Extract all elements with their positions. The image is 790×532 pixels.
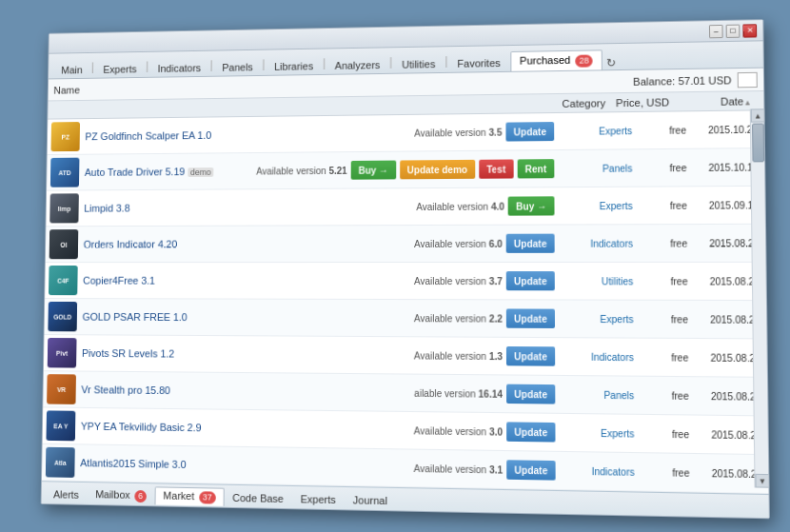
btn-btn-update-demo[interactable]: Update demo	[400, 159, 475, 179]
row-left: OI Orders Indicator 4.20	[49, 228, 408, 259]
demo-badge: demo	[188, 167, 214, 177]
btn-btn-update[interactable]: Update	[506, 308, 555, 328]
row-price: free	[635, 466, 690, 478]
btn-btn-rent[interactable]: Rent	[517, 159, 554, 178]
available-version-text: Available version 5.21	[256, 165, 347, 176]
row-price: free	[634, 313, 688, 325]
row-category[interactable]: Experts	[555, 313, 634, 325]
bot-tab-market[interactable]: Market 37	[155, 486, 225, 505]
row-name-area: Atlantis2015 Simple 3.0	[80, 457, 407, 474]
bot-tab-alerts[interactable]: Alerts	[45, 485, 87, 502]
col-header-name	[53, 103, 528, 109]
row-price: free	[634, 351, 689, 363]
row-category[interactable]: Experts	[555, 426, 634, 438]
close-button[interactable]: ✕	[742, 23, 757, 36]
row-left: GOLD GOLD PSAR FREE 1.0	[48, 301, 408, 332]
available-version-text: ailable version 16.14	[414, 387, 503, 399]
row-category[interactable]: Indicators	[555, 237, 633, 247]
scroll-down-arrow[interactable]: ▼	[755, 473, 769, 487]
col-header-category: Category	[528, 96, 606, 108]
btn-btn-buy[interactable]: Buy →	[351, 160, 396, 179]
row-name-area: GOLD PSAR FREE 1.0	[82, 310, 407, 323]
row-right: Available version 1.3 Update	[414, 345, 555, 365]
tab-purchased[interactable]: Purchased 28	[510, 49, 602, 71]
row-price: free	[633, 237, 687, 247]
product-icon: GOLD	[48, 301, 77, 330]
bot-tab-mailbox[interactable]: Mailbox 6	[87, 485, 154, 504]
refresh-icon[interactable]: ↻	[606, 56, 616, 69]
row-left: Atla Atlantis2015 Simple 3.0	[46, 446, 408, 483]
tab-panels[interactable]: Panels	[213, 57, 263, 75]
btn-btn-test[interactable]: Test	[479, 159, 513, 178]
btn-btn-update[interactable]: Update	[506, 384, 555, 404]
tab-experts[interactable]: Experts	[94, 59, 146, 77]
row-right: Available version 3.1 Update	[414, 458, 556, 480]
row-left: Pivt Pivots SR Levels 1.2	[48, 337, 408, 370]
row-right: Available version 6.0 Update	[414, 233, 555, 252]
available-version-text: Available version 4.0	[416, 201, 504, 211]
product-icon: EA Y	[46, 410, 75, 441]
product-icon: PZ	[50, 122, 80, 151]
row-category[interactable]: Experts	[554, 125, 632, 136]
row-date: 2015.10.14	[686, 161, 759, 172]
product-name: PZ Goldfinch Scalper EA 1.0	[85, 129, 211, 142]
row-category[interactable]: Indicators	[555, 350, 634, 362]
bot-tab-codebase[interactable]: Code Base	[224, 488, 291, 505]
row-right: Available version 3.7 Update	[414, 271, 555, 290]
tab-favorites[interactable]: Favorites	[447, 52, 509, 71]
scroll-thumb[interactable]	[751, 123, 763, 162]
product-name: Limpid 3.8	[84, 202, 129, 213]
row-name-area: Pivots SR Levels 1.2	[82, 347, 408, 361]
tab-analyzers[interactable]: Analyzers	[326, 55, 389, 74]
row-category[interactable]: Experts	[554, 200, 632, 211]
row-category[interactable]: Utilities	[555, 275, 634, 286]
row-date: 2015.08.25	[689, 466, 762, 479]
tab-libraries[interactable]: Libraries	[265, 56, 323, 75]
product-icon: limp	[49, 193, 79, 223]
row-right: Available version 5.21 Buy →Update demoT…	[256, 159, 554, 180]
row-right: Available version 4.0 Buy →	[416, 196, 554, 216]
btn-btn-buy[interactable]: Buy →	[508, 196, 555, 215]
btn-btn-update[interactable]: Update	[506, 345, 555, 365]
scroll-up-arrow[interactable]: ▲	[751, 108, 765, 122]
row-category[interactable]: Indicators	[556, 464, 635, 477]
minimize-button[interactable]: –	[709, 24, 723, 37]
row-right: Available version 3.5 Update	[414, 122, 554, 143]
table-row: ATD Auto Trade Driver 5.19demo Available…	[47, 148, 764, 191]
row-price: free	[634, 427, 689, 439]
main-window: – □ ✕ Main | Experts | Indicators | Pane…	[41, 19, 770, 519]
btn-btn-update[interactable]: Update	[506, 460, 555, 480]
tab-indicators[interactable]: Indicators	[148, 58, 210, 76]
table-row: limp Limpid 3.8 Available version 4.0 Bu…	[46, 186, 765, 226]
btn-btn-update[interactable]: Update	[506, 233, 555, 252]
row-price: free	[632, 162, 686, 173]
product-icon: OI	[49, 229, 79, 259]
tab-utilities[interactable]: Utilities	[392, 54, 444, 73]
col-header-date: Date	[669, 94, 743, 107]
col-header-scroll-spacer: ▲	[743, 94, 758, 106]
row-name-area: Copier4Free 3.1	[83, 274, 408, 286]
maximize-button[interactable]: □	[726, 24, 741, 37]
btn-btn-update[interactable]: Update	[506, 271, 555, 290]
search-button[interactable]	[738, 71, 758, 88]
btn-btn-update[interactable]: Update	[506, 422, 555, 442]
row-name-area: Limpid 3.8	[84, 201, 410, 213]
bot-tab-journal[interactable]: Journal	[345, 491, 396, 508]
row-category[interactable]: Panels	[555, 388, 634, 400]
bot-tab-experts[interactable]: Experts	[292, 490, 345, 507]
btn-btn-update[interactable]: Update	[506, 122, 555, 142]
table-row: C4F Copier4Free 3.1 Available version 3.…	[45, 262, 766, 300]
tab-main[interactable]: Main	[52, 60, 91, 78]
product-icon: Atla	[46, 446, 75, 477]
table-row: GOLD GOLD PSAR FREE 1.0 Available versio…	[45, 299, 767, 339]
row-price: free	[634, 389, 689, 401]
toolbar-name-label: Name	[53, 84, 80, 95]
available-version-text: Available version 6.0	[414, 238, 503, 248]
row-right: Available version 3.0 Update	[414, 421, 556, 442]
product-name: Orders Indicator 4.20	[84, 238, 178, 249]
product-name: Pivots SR Levels 1.2	[82, 347, 174, 360]
col-header-price: Price, USD	[605, 95, 669, 108]
product-icon: VR	[47, 374, 76, 404]
row-category[interactable]: Panels	[554, 162, 632, 173]
row-left: ATD Auto Trade Driver 5.19demo	[50, 155, 251, 187]
